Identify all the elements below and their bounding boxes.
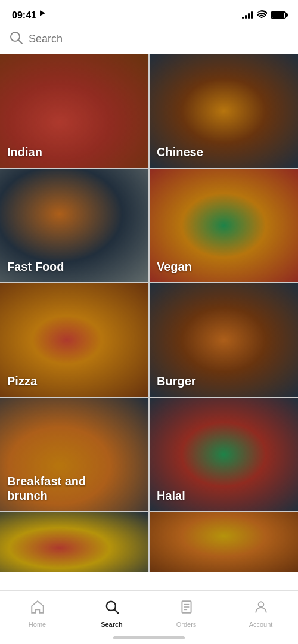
search-icon [10,31,23,47]
tile-label-indian: Indian [0,138,148,168]
nav-label-home: Home [29,621,46,628]
tile-label-fastfood: Fast Food [0,252,148,282]
food-tile-breakfast[interactable]: Breakfast andbrunch [0,398,148,511]
svg-point-0 [11,32,20,41]
tile-label-vegan: Vegan [150,252,298,282]
battery-icon [271,11,286,19]
food-tile-extra2[interactable] [150,512,298,572]
home-bar [113,636,185,639]
nav-item-orders[interactable]: Orders [149,597,224,628]
food-tile-fastfood[interactable]: Fast Food [0,169,148,282]
nav-item-account[interactable]: Account [224,597,298,628]
tile-label-burger: Burger [150,367,298,397]
account-icon [253,599,269,618]
search-bar [0,26,298,54]
food-grid-wrapper: IndianChineseFast FoodVeganPizzaBurgerBr… [0,54,298,572]
tile-label-breakfast: Breakfast andbrunch [0,467,148,511]
tile-label-pizza: Pizza [0,367,148,397]
home-icon [30,599,45,618]
tile-label-chinese: Chinese [150,138,298,168]
food-tile-halal[interactable]: Halal [150,398,298,511]
nav-item-home[interactable]: Home [0,597,74,628]
food-tile-chinese[interactable]: Chinese [150,54,298,168]
svg-point-8 [258,602,263,607]
wifi-icon [256,10,267,20]
food-grid: IndianChineseFast FoodVeganPizzaBurgerBr… [0,54,298,572]
food-tile-extra1[interactable] [0,512,148,572]
food-tile-indian[interactable]: Indian [0,54,148,168]
tile-label-halal: Halal [150,481,298,511]
location-arrow-icon: ▶ [40,9,45,16]
food-tile-vegan[interactable]: Vegan [150,169,298,282]
food-tile-pizza[interactable]: Pizza [0,283,148,397]
search-input[interactable] [29,33,288,45]
status-bar: 09:41 ▶ [0,0,298,26]
search-nav-icon [104,599,120,618]
signal-icon [242,11,253,19]
nav-label-search: Search [101,621,123,628]
svg-line-3 [114,609,119,614]
svg-line-1 [19,41,23,44]
status-time: 09:41 ▶ [12,9,45,21]
food-tile-burger[interactable]: Burger [150,283,298,397]
nav-label-orders: Orders [176,621,197,628]
nav-item-search[interactable]: Search [74,597,149,628]
orders-icon [179,599,194,618]
tile-overlay [150,512,298,572]
tile-overlay [0,512,148,572]
status-icons [242,10,286,20]
nav-label-account: Account [249,621,273,628]
